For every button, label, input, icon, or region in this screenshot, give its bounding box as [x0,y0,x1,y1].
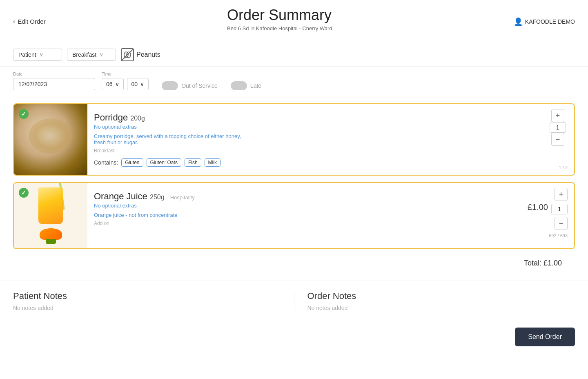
order-notes-empty: No notes added [307,305,575,311]
allergen-filter[interactable]: Peanuts [121,48,160,61]
decrease-qty-oj[interactable]: − [555,217,568,230]
order-notes-col: Order Notes No notes added [294,291,575,311]
item-allergens-porridge: Contains: Gluten Gluten: Oats Fish Milk [94,158,535,167]
order-item-porridge: Porridge 200g No optional extras Creamy … [13,103,575,176]
patient-notes-empty: No notes added [13,305,281,311]
late-toggle[interactable] [231,81,247,90]
time-field: Time 06 ∨ 00 ∨ [102,71,149,90]
back-link[interactable]: ‹ Edit Order [13,18,46,25]
time-hour-value: 06 [106,81,113,87]
item-price-oj: £1.00 [528,203,548,212]
peanut-svg [123,50,132,59]
item-name-oj: Orange Juice 250g Hospitality [94,191,514,202]
qty-input-oj[interactable] [551,204,568,214]
item-details-porridge: Porridge 200g No optional extras Creamy … [87,104,541,175]
item-category-oj: Add on [94,221,514,226]
decrease-qty-porridge[interactable]: − [551,133,564,146]
user-info: 👤 KAFOODLE DEMO [514,17,575,26]
late-toggle-group: Late [231,81,261,90]
patient-notes-col: Patient Notes No notes added [13,291,294,311]
increase-qty-porridge[interactable]: + [551,109,564,122]
user-icon: 👤 [514,17,523,26]
time-hour-chevron-icon: ∨ [115,81,119,87]
item-extras-porridge: No optional extras [94,124,535,130]
time-minute-chevron-icon: ∨ [140,81,144,87]
allergen-icon [121,48,134,61]
header: ‹ Edit Order Order Summary Bed 6 Sd in K… [0,0,588,43]
date-field: Date [13,71,95,90]
item-tag-oj: Hospitality [170,194,195,201]
item-controls-oj: + £1.00 − 692 / 693 [521,183,574,248]
order-item-oj: Orange Juice 250g Hospitality No optiona… [13,182,575,249]
allergen-tag-fish: Fish [185,158,201,167]
total-row: Total: £1.00 [13,256,575,274]
order-notes-title: Order Notes [307,291,575,301]
item-check-porridge [19,109,29,119]
out-of-service-toggle[interactable] [162,81,178,90]
allergens-label-porridge: Contains: [94,159,118,166]
svg-point-0 [124,52,128,58]
notes-section: Patient Notes No notes added Order Notes… [0,281,588,321]
time-label: Time [102,71,149,76]
meal-dropdown[interactable]: Breakfast ∨ [67,49,116,61]
meal-chevron-icon: ∨ [100,52,103,58]
time-minute-select[interactable]: 00 ∨ [127,78,149,90]
footer: Send Order [0,321,588,353]
allergen-label: Peanuts [136,51,160,58]
allergen-tag-milk: Milk [205,158,220,167]
meal-label: Breakfast [72,51,96,58]
patient-notes-title: Patient Notes [13,291,281,301]
back-chevron-icon: ‹ [13,18,15,25]
filters-bar: Patient ∨ Breakfast ∨ Peanuts [0,43,588,67]
total-label: Total: £1.00 [524,259,562,267]
page-title: Order Summary Bed 6 Sd in Kafoodle Hospi… [227,7,332,36]
increase-qty-oj[interactable]: + [555,188,568,201]
user-label: KAFOODLE DEMO [525,18,575,25]
patient-chevron-icon: ∨ [40,52,43,58]
subtitle: Bed 6 Sd in Kafoodle Hospital - Cherry W… [227,25,332,36]
qty-input-porridge[interactable] [550,122,566,133]
item-category-porridge: Breakfast [94,148,535,154]
time-minute-value: 00 [131,81,138,87]
time-hour-select[interactable]: 06 ∨ [102,78,124,90]
date-input[interactable] [13,78,95,90]
datetime-row: Date Time 06 ∨ 00 ∨ Out of Service Late [0,67,588,97]
item-count-porridge: 1 / 2 [559,165,568,170]
date-label: Date [13,71,95,76]
late-label: Late [250,82,261,89]
allergen-tag-gluten-oats: Gluten: Oats [147,158,181,167]
patient-dropdown[interactable]: Patient ∨ [13,49,62,61]
item-description-porridge: Creamy porridge, served with a topping c… [94,133,249,145]
item-controls-porridge: + − 1 / 2 [541,104,574,175]
svg-point-1 [127,52,131,58]
out-of-service-label: Out of Service [181,82,218,89]
item-count-oj: 692 / 693 [549,233,568,238]
main-content: Porridge 200g No optional extras Creamy … [0,97,588,281]
back-label: Edit Order [18,18,45,25]
item-extras-oj: No optional extras [94,203,514,209]
out-of-service-toggle-group: Out of Service [162,81,218,90]
send-order-button[interactable]: Send Order [515,328,575,346]
patient-label: Patient [18,51,36,58]
item-description-oj: Orange juice - not from concentrate [94,212,249,218]
item-details-oj: Orange Juice 250g Hospitality No optiona… [87,183,521,248]
allergen-tag-gluten: Gluten [121,158,143,167]
item-check-oj [19,188,29,198]
item-name-porridge: Porridge 200g [94,112,535,123]
